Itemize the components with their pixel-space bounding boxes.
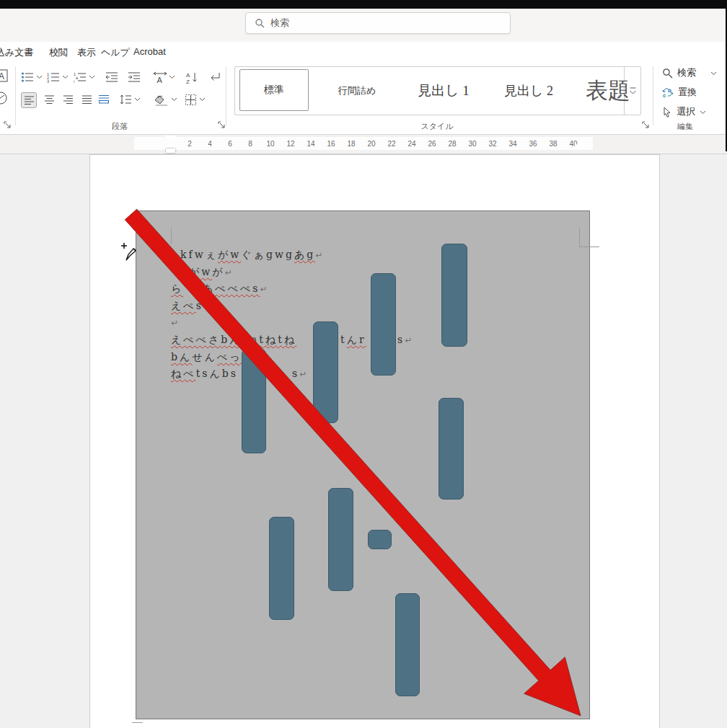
- replace-button[interactable]: bc 置換: [662, 86, 697, 99]
- ruler-number: 26: [428, 140, 436, 148]
- decrease-indent-icon[interactable]: [105, 70, 119, 84]
- text-segment: ぐぁgwg: [241, 249, 294, 260]
- text-segment: ねtねtね: [247, 334, 296, 345]
- paragraph-mark: ↵: [260, 284, 270, 294]
- select-button[interactable]: 選択: [662, 105, 706, 118]
- svg-text:a: a: [76, 76, 79, 80]
- ribbon-tab-4[interactable]: ヘルプ: [101, 46, 130, 59]
- ribbon-tab-5[interactable]: Acrobat: [133, 46, 166, 57]
- shape-rounded-bar[interactable]: [395, 593, 420, 696]
- search-input[interactable]: 検索: [245, 12, 511, 34]
- text-run: あぺぺぺs↵: [203, 283, 270, 296]
- text-segment: s: [196, 300, 203, 311]
- styles-group-label: スタイル: [420, 121, 453, 132]
- shape-rounded-bar[interactable]: [368, 530, 392, 549]
- text-run: tんr: [340, 334, 366, 347]
- paragraph-mark: ↵: [225, 267, 234, 278]
- text-run: ら: [171, 283, 183, 296]
- ruler-band: 246810121416182022242628303234363840: [134, 137, 593, 150]
- bullet-list-dropdown-icon[interactable]: [36, 74, 43, 80]
- replace-label: 置換: [678, 86, 697, 99]
- text-segment: がw: [189, 266, 212, 278]
- multilevel-list-dropdown-icon[interactable]: [89, 74, 95, 80]
- shape-rounded-bar[interactable]: [441, 244, 467, 347]
- text-run: えぺs: [171, 300, 203, 313]
- shape-rounded-bar[interactable]: [328, 488, 353, 591]
- select-dropdown-icon: [700, 109, 706, 115]
- ruler-number: 6: [228, 140, 232, 148]
- ruler-number: 22: [387, 140, 395, 148]
- shape-rounded-bar[interactable]: [439, 398, 464, 500]
- sort-icon[interactable]: AZ: [185, 70, 199, 84]
- shading-bucket-icon[interactable]: [154, 92, 169, 107]
- ruler-number: 16: [327, 140, 335, 148]
- enclose-characters-circle-icon[interactable]: [0, 91, 8, 105]
- style-item-selected[interactable]: 標準: [239, 69, 309, 111]
- text-segment: んr: [347, 334, 366, 345]
- ruler-number: 10: [266, 140, 274, 148]
- styles-dialog-launcher-icon[interactable]: [642, 121, 651, 130]
- ribbon-tab-1[interactable]: 込み文書: [0, 46, 33, 59]
- text-segment: s: [292, 368, 299, 379]
- ruler-number: 2: [188, 140, 192, 148]
- line-spacing-dropdown-icon[interactable]: [134, 96, 141, 102]
- ruler-number: 24: [407, 140, 415, 148]
- increase-indent-icon[interactable]: [127, 70, 141, 84]
- bullet-list-icon[interactable]: [20, 70, 35, 84]
- ruler-number: 4: [208, 140, 212, 148]
- text-segment: えぺぺさ: [171, 334, 221, 345]
- find-icon: [662, 68, 673, 79]
- character-spacing-icon[interactable]: A: [153, 70, 167, 84]
- shape-rounded-bar[interactable]: [269, 517, 294, 620]
- margin-corner-mark: [579, 228, 580, 247]
- shading-dropdown-icon[interactable]: [171, 96, 177, 102]
- text-segment: tsんbs: [196, 368, 238, 379]
- enclose-characters-box-icon[interactable]: A: [0, 68, 9, 83]
- font-dialog-launcher-icon[interactable]: [4, 121, 12, 130]
- ruler-number: 28: [448, 140, 456, 148]
- left-indent-marker[interactable]: [166, 148, 175, 153]
- shape-rounded-bar[interactable]: [242, 349, 266, 453]
- find-label: 検索: [677, 66, 696, 79]
- align-left-icon[interactable]: [21, 92, 37, 108]
- title-bar-strip: [0, 0, 727, 9]
- distribute-text-icon[interactable]: [97, 92, 111, 107]
- replace-icon: bc: [662, 86, 674, 98]
- numbered-list-dropdown-icon[interactable]: [62, 74, 69, 80]
- align-right-icon[interactable]: [61, 92, 75, 107]
- line-spacing-icon[interactable]: [118, 92, 133, 107]
- horizontal-ruler[interactable]: 246810121416182022242628303234363840: [0, 135, 727, 154]
- search-icon: [255, 18, 265, 28]
- justify-icon[interactable]: [79, 92, 94, 107]
- shape-rounded-bar[interactable]: [313, 321, 338, 423]
- style-item-option[interactable]: 見出し 2: [489, 67, 568, 115]
- word-window: 検索 込み文書校閲表示ヘルプAcrobat A 123 1ai: [0, 0, 727, 728]
- text-run: ねtねtね: [247, 334, 296, 347]
- style-item-option[interactable]: 表題: [570, 67, 646, 115]
- svg-text:A: A: [0, 71, 4, 81]
- text-segment: が: [212, 266, 224, 278]
- text-segment: あぺぺぺs: [203, 283, 260, 294]
- svg-text:i: i: [74, 79, 74, 84]
- align-center-icon[interactable]: [42, 92, 56, 107]
- numbered-list-icon[interactable]: 123: [46, 70, 61, 84]
- text-segment: s: [397, 334, 405, 345]
- borders-dropdown-icon[interactable]: [199, 96, 206, 102]
- character-spacing-dropdown-icon[interactable]: [169, 74, 175, 80]
- formatting-marks-icon[interactable]: [208, 70, 222, 84]
- find-button[interactable]: 検索: [662, 66, 717, 79]
- style-item-option[interactable]: 行間詰め: [319, 67, 395, 115]
- multilevel-list-icon[interactable]: 1ai: [73, 70, 87, 84]
- svg-text:c: c: [663, 92, 666, 98]
- ribbon-tab-3[interactable]: 表示: [77, 46, 96, 59]
- text-segment: ら: [171, 283, 183, 294]
- style-item-option[interactable]: 見出し 1: [402, 67, 485, 115]
- text-run: ねぺtsんbs: [171, 368, 238, 381]
- styles-gallery: 標準行間詰め見出し 1見出し 2表題: [234, 66, 641, 115]
- select-label: 選択: [677, 105, 695, 118]
- ribbon-tab-2[interactable]: 校閲: [49, 46, 68, 59]
- borders-icon[interactable]: [183, 92, 198, 107]
- find-dropdown-icon: [710, 70, 717, 76]
- text-segment: ねぺ: [171, 368, 196, 379]
- shape-rounded-bar[interactable]: [371, 273, 396, 376]
